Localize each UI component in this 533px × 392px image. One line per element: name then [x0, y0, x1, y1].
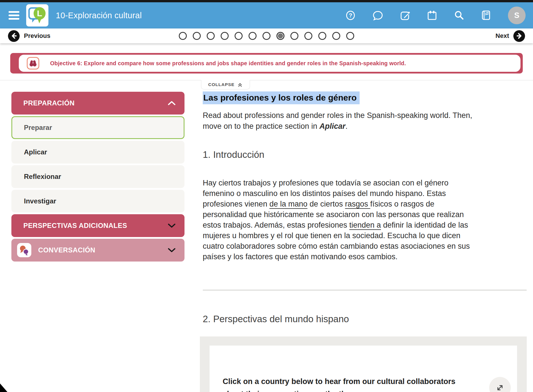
- chevron-down-icon: [167, 248, 176, 253]
- intro-paragraph: Read about professions and gender roles …: [203, 110, 527, 132]
- svg-text:L: L: [37, 9, 42, 18]
- sidebar-item-label: Aplicar: [24, 148, 47, 156]
- lesson-nav-bar: Previous Next: [0, 28, 533, 43]
- section-1-heading: 1. Introducción: [203, 149, 527, 160]
- compose-icon[interactable]: [400, 10, 411, 21]
- progress-dot[interactable]: [207, 32, 215, 40]
- sidebar-section-perspectivas-adicionales[interactable]: PERSPECTIVAS ADICIONALES: [11, 214, 184, 237]
- progress-dot[interactable]: [249, 32, 257, 40]
- lesson-content: Las profesiones y los roles de género Re…: [203, 92, 527, 392]
- vocab-term[interactable]: de la mano: [269, 200, 308, 208]
- progress-dot[interactable]: [346, 32, 354, 40]
- collapse-button[interactable]: COLLAPSE: [201, 80, 250, 89]
- window-top-strip: [0, 0, 533, 2]
- sidebar-item-preparar[interactable]: Preparar: [11, 116, 184, 139]
- progress-dot-active[interactable]: [276, 32, 284, 40]
- section-divider: [203, 289, 527, 291]
- vocab-term[interactable]: rasgos: [345, 200, 370, 208]
- vocab-term[interactable]: tienden a: [349, 221, 381, 229]
- sidebar-item-label: Preparar: [24, 124, 52, 132]
- progress-dot[interactable]: [332, 32, 340, 40]
- app-header: L 10-Exploración cultural ?: [0, 2, 533, 28]
- next-label: Next: [495, 32, 509, 40]
- sidebar-item-label: Reflexionar: [24, 173, 61, 181]
- next-button[interactable]: Next: [495, 30, 525, 42]
- progress-dot[interactable]: [193, 32, 201, 40]
- binoculars-icon: [27, 57, 39, 70]
- sidebar-section-conversacion[interactable]: CONVERSACIÓN: [11, 239, 184, 262]
- selected-text-highlight: Las profesiones y los roles de género: [203, 91, 360, 104]
- expand-button[interactable]: [489, 377, 511, 392]
- sidebar-item-investigar[interactable]: Investigar: [11, 190, 184, 213]
- search-icon[interactable]: [454, 10, 465, 21]
- progress-dots: [179, 32, 354, 40]
- chevron-down-icon: [167, 223, 176, 228]
- app-logo[interactable]: L: [26, 4, 48, 26]
- arrow-right-icon: [513, 30, 525, 42]
- arrow-left-icon: [8, 30, 20, 42]
- content-title: Las profesiones y los roles de género: [203, 92, 527, 104]
- help-icon[interactable]: ?: [345, 10, 356, 21]
- section-2-heading: 2. Perspectivas del mundo hispano: [203, 314, 527, 324]
- previous-button[interactable]: Previous: [8, 30, 50, 42]
- objective-text: Objective 6: Explore and compare how som…: [50, 60, 406, 67]
- chevrons-up-icon: [237, 82, 243, 87]
- chat-icon[interactable]: [372, 10, 384, 21]
- previous-label: Previous: [24, 32, 50, 40]
- objective-banner: Objective 6: Explore and compare how som…: [10, 53, 523, 74]
- country-activity-card: Click on a country below to hear from ou…: [200, 336, 527, 392]
- sidebar-item-aplicar[interactable]: Aplicar: [11, 141, 184, 164]
- sidebar-section-label: PERSPECTIVAS ADICIONALES: [23, 222, 127, 230]
- progress-dot[interactable]: [263, 32, 270, 40]
- progress-dot[interactable]: [304, 32, 312, 40]
- menu-icon[interactable]: [9, 9, 20, 21]
- sidebar-item-reflexionar[interactable]: Reflexionar: [11, 165, 184, 188]
- sidebar-section-preparacion[interactable]: PREPARACIÓN: [11, 92, 184, 115]
- user-avatar[interactable]: S: [508, 7, 526, 24]
- svg-text:?: ?: [349, 12, 352, 19]
- progress-dot[interactable]: [318, 32, 326, 40]
- lesson-sidebar: PREPARACIÓN Preparar Aplicar Reflexionar…: [11, 92, 184, 263]
- section-1-paragraph: Hay ciertos trabajos y profesiones que t…: [203, 178, 527, 262]
- sidebar-item-label: Investigar: [24, 197, 56, 205]
- collapse-label: COLLAPSE: [208, 82, 234, 87]
- chevron-up-icon: [167, 101, 176, 106]
- sidebar-section-label: CONVERSACIÓN: [38, 246, 95, 254]
- sidebar-section-label: PREPARACIÓN: [23, 99, 75, 107]
- lingco-logo-icon: L: [28, 6, 46, 24]
- progress-dot[interactable]: [290, 32, 298, 40]
- expand-diagonal-icon: [495, 383, 505, 392]
- progress-dot[interactable]: [221, 32, 229, 40]
- progress-dot[interactable]: [235, 32, 243, 40]
- progress-dot[interactable]: [179, 32, 187, 40]
- book-icon[interactable]: [481, 10, 492, 21]
- conversation-bubbles-icon: [17, 243, 31, 257]
- page-title-header: 10-Exploración cultural: [56, 11, 142, 20]
- card-instruction-text: Click on a country below to hear from ou…: [223, 375, 456, 392]
- calendar-icon[interactable]: [427, 10, 438, 21]
